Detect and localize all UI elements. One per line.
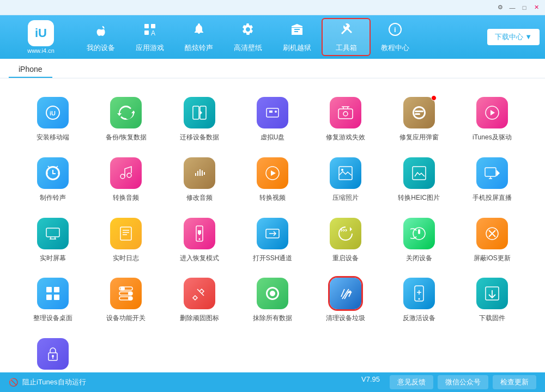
logo-icon: iU: [28, 20, 54, 46]
feedback-btn[interactable]: 意见反馈: [390, 375, 433, 389]
tab-bar: iPhone: [0, 59, 545, 78]
deactivate-icon: [403, 278, 435, 309]
svg-rect-16: [415, 113, 420, 115]
apps-games-label: 应用游戏: [136, 43, 164, 53]
svg-rect-11: [269, 111, 272, 113]
nav-item-jailbreak[interactable]: 刷机越狱: [272, 18, 322, 56]
tool-item-realtime-log[interactable]: 实时日志: [89, 210, 162, 271]
status-bar: 🚫 阻止iTunes自动运行 V7.95 意见反馈 微信公众号 检查更新: [0, 372, 545, 392]
tool-item-migrate-data[interactable]: 迁移设备数据: [163, 89, 236, 150]
svg-rect-37: [54, 295, 59, 300]
restart-device-icon: [330, 218, 361, 249]
tool-item-device-functions[interactable]: 设备功能开关: [89, 270, 162, 330]
tool-item-clean-junk[interactable]: 清理设备垃圾: [309, 270, 382, 330]
main-content: iU安装移动端备份/恢复数据迁移设备数据虚拟U盘修复游戏失效修复应用弹窗iTun…: [0, 78, 545, 372]
svg-rect-1: [151, 24, 155, 28]
tool-item-convert-audio[interactable]: 转换音频: [89, 150, 162, 210]
tab-iphone[interactable]: iPhone: [9, 62, 52, 78]
close-icon[interactable]: ✕: [532, 3, 541, 12]
svg-rect-32: [418, 229, 420, 234]
nav-items: 我的设备 A 应用游戏 酷炫铃声 高清壁纸 刷机越狱 工具箱 i 教程中心: [76, 18, 487, 56]
realtime-log-label: 实时日志: [113, 254, 139, 263]
recovery-mode-icon: [184, 218, 215, 249]
maximize-icon[interactable]: □: [520, 3, 529, 12]
status-text: 阻止iTunes自动运行: [22, 377, 86, 387]
apps-games-icon: A: [142, 22, 158, 41]
tool-item-access-limit[interactable]: 访问限制: [16, 330, 89, 372]
organize-desktop-icon: [37, 278, 69, 309]
svg-rect-35: [54, 287, 59, 292]
nav-item-ringtones[interactable]: 酷炫铃声: [174, 18, 223, 56]
fix-games-icon: [330, 97, 361, 128]
tool-item-screen-cast[interactable]: 手机投屏直播: [456, 150, 529, 210]
make-ringtone-label: 制作铃声: [40, 193, 66, 203]
wallpaper-label: 高清壁纸: [234, 43, 262, 53]
tool-item-shutdown-device[interactable]: 关闭设备: [382, 210, 455, 271]
tool-item-fix-games[interactable]: 修复游戏失效: [309, 89, 382, 150]
tool-item-virtual-udisk[interactable]: 虚拟U盘: [236, 89, 309, 150]
tool-item-download-firmware[interactable]: 下载固件: [456, 270, 529, 330]
svg-point-19: [127, 173, 131, 177]
tutorials-icon: i: [387, 22, 403, 41]
tool-item-block-ios-update[interactable]: 屏蔽iOS更新: [456, 210, 529, 271]
tool-item-ssh-tunnel[interactable]: 打开SSH通道: [236, 210, 309, 271]
minimize-icon[interactable]: —: [508, 3, 517, 12]
svg-point-43: [128, 296, 132, 301]
tool-item-itunes-driver[interactable]: iTunes及驱动: [456, 89, 529, 150]
screen-mirror-label: 实时屏幕: [40, 254, 66, 263]
block-ios-update-icon: [476, 218, 508, 249]
header: iU www.i4.cn 我的设备 A 应用游戏 酷炫铃声 高清壁纸 刷机越狱 …: [0, 15, 545, 59]
shutdown-device-label: 关闭设备: [406, 254, 432, 263]
delete-stubborn-label: 删除顽固图标: [180, 314, 219, 323]
download-btn[interactable]: 下载中心 ▼: [487, 29, 540, 45]
clean-junk-label: 清理设备垃圾: [326, 314, 365, 323]
svg-point-41: [120, 286, 125, 291]
nav-item-apps-games[interactable]: A 应用游戏: [125, 18, 174, 56]
nav-item-tutorials[interactable]: i 教程中心: [371, 18, 420, 56]
compress-photo-label: 压缩照片: [332, 193, 359, 203]
status-right: V7.95 意见反馈 微信公众号 检查更新: [361, 375, 536, 389]
tool-item-wipe-data[interactable]: 抹除所有数据: [236, 270, 309, 330]
tool-item-compress-photo[interactable]: 压缩照片: [309, 150, 382, 210]
wechat-btn[interactable]: 微信公众号: [438, 375, 488, 389]
svg-marker-25: [496, 170, 500, 176]
convert-heic-icon: [403, 157, 435, 189]
itunes-driver-label: iTunes及驱动: [473, 133, 512, 142]
recovery-mode-label: 进入恢复模式: [180, 254, 219, 263]
tool-item-edit-audio[interactable]: 修改音频: [163, 150, 236, 210]
delete-stubborn-icon: [184, 278, 215, 309]
block-ios-update-label: 屏蔽iOS更新: [474, 254, 511, 263]
tool-item-fix-apps[interactable]: 修复应用弹窗: [382, 89, 455, 150]
ssh-tunnel-icon: [257, 218, 288, 249]
tool-item-backup-restore[interactable]: 备份/恢复数据: [89, 89, 162, 150]
device-functions-label: 设备功能开关: [106, 314, 146, 323]
my-device-label: 我的设备: [87, 43, 115, 53]
status-left: 🚫 阻止iTunes自动运行: [9, 377, 86, 387]
tool-item-screen-mirror[interactable]: 实时屏幕: [16, 210, 89, 271]
tool-item-deactivate[interactable]: 反激活设备: [382, 270, 455, 330]
update-btn[interactable]: 检查更新: [493, 375, 536, 389]
svg-rect-26: [46, 228, 59, 237]
tool-item-convert-video[interactable]: 转换视频: [236, 150, 309, 210]
install-ipa-label: 安装移动端: [37, 133, 69, 142]
shutdown-device-icon: [403, 218, 435, 249]
jailbreak-icon: [289, 22, 305, 41]
nav-item-toolbox[interactable]: 工具箱: [322, 18, 371, 56]
tool-item-recovery-mode[interactable]: 进入恢复模式: [163, 210, 236, 271]
tool-item-install-ipa[interactable]: iU安装移动端: [16, 89, 89, 150]
nav-item-wallpaper[interactable]: 高清壁纸: [223, 18, 272, 56]
tool-item-make-ringtone[interactable]: 制作铃声: [16, 150, 89, 210]
device-functions-icon: [110, 278, 142, 309]
tool-item-delete-stubborn[interactable]: 删除顽固图标: [163, 270, 236, 330]
migrate-data-icon: [184, 97, 215, 128]
tool-item-convert-heic[interactable]: 转换HEIC图片: [382, 150, 455, 210]
wallpaper-icon: [240, 22, 256, 41]
tool-item-restart-device[interactable]: 重启设备: [309, 210, 382, 271]
logo-url: www.i4.cn: [27, 47, 55, 54]
settings-icon[interactable]: ⚙: [496, 3, 505, 12]
version-text: V7.95: [361, 375, 380, 389]
svg-text:i: i: [394, 26, 396, 34]
nav-item-my-device[interactable]: 我的设备: [76, 18, 125, 56]
tool-item-organize-desktop[interactable]: 整理设备桌面: [16, 270, 89, 330]
toolbox-label: 工具箱: [336, 43, 357, 53]
